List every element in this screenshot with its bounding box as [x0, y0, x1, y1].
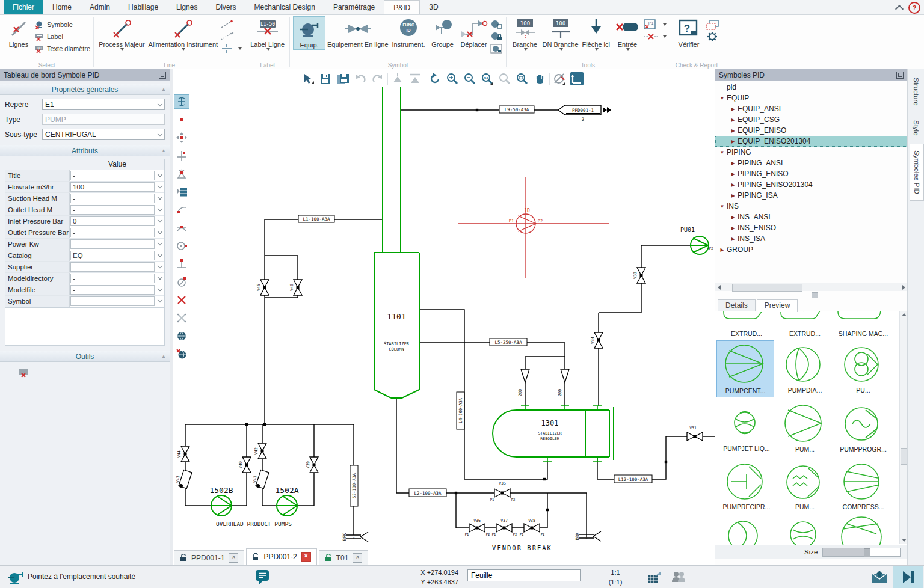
lignes-button[interactable]: Lignes — [3, 16, 34, 49]
drawing-area[interactable]: PPD001-1 2 L9-50-A3A L1-100-A3A L5-250-A… — [173, 69, 715, 565]
menu-tab[interactable]: 3D — [420, 0, 447, 14]
tree-expander-icon[interactable]: ▶ — [728, 182, 738, 188]
chevron-down-icon[interactable] — [155, 239, 164, 248]
close-tab-icon[interactable]: × — [353, 553, 362, 563]
panel-splitter-handle[interactable] — [812, 292, 818, 298]
collapse-icon[interactable]: ▲ — [161, 354, 166, 359]
tree-expander-icon[interactable]: ▶ — [728, 225, 738, 231]
section-outils-header[interactable]: Outils▲ — [0, 351, 170, 362]
tree-expander-icon[interactable]: ▶ — [728, 117, 738, 123]
verifier-button[interactable]: ? Vérifier — [673, 16, 704, 49]
tree-expander-icon[interactable]: ▶ — [718, 247, 727, 253]
tree-expander-icon[interactable]: ▶ — [728, 128, 738, 133]
tab-details[interactable]: Details — [718, 299, 756, 312]
tree-item[interactable]: ▶ INS_ANSI — [715, 212, 907, 222]
scroll-left-icon[interactable] — [715, 283, 723, 291]
tree-expander-icon[interactable]: ▶ — [728, 193, 738, 198]
attribute-value-select[interactable]: 100 — [70, 182, 164, 192]
texte-diametre-button[interactable]: TXT Texte diamètre — [34, 43, 90, 54]
attribute-value-select[interactable]: - — [70, 193, 164, 204]
attribute-value-select[interactable]: 0 — [70, 216, 164, 227]
attribute-value-select[interactable]: - — [70, 239, 164, 250]
snap-symbol-button[interactable] — [174, 94, 189, 109]
menu-tab[interactable]: P&ID — [384, 0, 420, 14]
menu-tab[interactable]: Lignes — [167, 0, 206, 14]
save-button[interactable] — [318, 71, 333, 87]
menu-tab[interactable]: Fichier — [4, 0, 43, 14]
tree-item[interactable]: ▶ EQUIP_ANSI — [715, 103, 907, 114]
attribute-value-select[interactable]: EQ — [70, 250, 164, 261]
menu-tab[interactable]: Mechanical Design — [245, 0, 324, 14]
tree-expander-icon[interactable]: ▼ — [718, 150, 727, 155]
tree-expander-icon[interactable]: ▶ — [728, 161, 738, 166]
p1-port-button[interactable]: P1 — [643, 19, 667, 29]
snap-tangent-button[interactable] — [174, 221, 189, 235]
world-ucs-edit-button[interactable] — [174, 347, 189, 361]
collapse-icon[interactable]: ▲ — [161, 87, 166, 92]
symbol-cell[interactable]: EXTRUD... — [718, 311, 775, 337]
attribute-value-select[interactable]: - — [70, 262, 164, 272]
tree-item[interactable]: ▶ PIPING_ISA — [715, 190, 907, 201]
tree-horizontal-scrollbar[interactable] — [715, 283, 908, 291]
tab-structure[interactable]: Structure — [910, 72, 923, 112]
doc-tab-t01[interactable]: T01 × — [319, 550, 369, 565]
soustype-select[interactable]: CENTRIFUGAL — [42, 129, 165, 140]
symbol-cell[interactable] — [718, 519, 775, 545]
command-log-icon[interactable] — [254, 569, 271, 586]
slider-thumb[interactable] — [864, 548, 870, 557]
delete-port-button[interactable] — [643, 31, 667, 41]
users-icon[interactable] — [671, 570, 686, 586]
snap-clear-button[interactable] — [174, 311, 189, 325]
tab-symboles-pid[interactable]: Symboles PID — [910, 144, 924, 201]
raise-top-button[interactable] — [407, 71, 423, 87]
tab-style[interactable]: Style — [910, 114, 923, 142]
close-tab-icon[interactable]: × — [229, 553, 238, 563]
pin-icon[interactable] — [159, 72, 166, 79]
symbol-cell[interactable] — [834, 516, 892, 545]
branche-button[interactable]: 100 Branche — [510, 16, 541, 51]
tab-preview[interactable]: Preview — [757, 299, 798, 312]
sheet-name-input[interactable] — [467, 569, 581, 581]
zoom-window-button[interactable] — [514, 71, 530, 87]
snap-toggle-button[interactable] — [552, 71, 567, 87]
menu-tab[interactable]: Home — [43, 0, 81, 14]
chevron-down-icon[interactable] — [155, 130, 164, 139]
measure-button[interactable] — [569, 71, 585, 87]
scrollbar-thumb[interactable] — [732, 284, 802, 292]
tree-item[interactable]: ▶ INS_ENISO — [715, 222, 907, 233]
menu-tab[interactable]: Admin — [81, 0, 119, 14]
symbol-cell[interactable] — [776, 519, 834, 545]
snap-point-button[interactable] — [174, 112, 189, 127]
select-cursor-button[interactable] — [300, 71, 316, 87]
chevron-down-icon[interactable] — [155, 182, 164, 191]
symbol-lock-button[interactable] — [490, 31, 503, 41]
tree-item[interactable]: ▼ PIPING — [715, 147, 907, 158]
chevron-down-icon[interactable] — [155, 100, 164, 109]
tree-item[interactable]: ▼ EQUIP — [715, 93, 907, 103]
snap-center-button[interactable] — [174, 239, 189, 253]
dn-branche-button[interactable]: 100 DN Branche — [541, 16, 581, 51]
tree-expander-icon[interactable]: ▶ — [728, 215, 738, 220]
symbol-cell[interactable]: PUMPJET LIQ... — [718, 405, 775, 452]
tree-item[interactable]: ▶ PIPING_ANSI — [715, 158, 907, 168]
entree-button[interactable]: Entrée — [612, 16, 643, 51]
snap-intersection-button[interactable] — [174, 149, 189, 163]
doc-tab-ppd001-2[interactable]: PPD001-2 × — [246, 548, 316, 565]
repere-select[interactable]: E1 — [42, 99, 165, 110]
size-slider[interactable] — [822, 548, 901, 557]
attribute-value-select[interactable]: - — [70, 273, 164, 284]
tree-item[interactable]: ▶ PIPING_ENISO201304 — [715, 179, 907, 190]
symbol-cell[interactable]: PUM... — [776, 462, 834, 510]
symbol-cell[interactable]: PU... — [834, 343, 892, 394]
chevron-down-icon[interactable] — [155, 262, 164, 271]
raise-button[interactable] — [390, 71, 405, 87]
pan-button[interactable] — [532, 71, 547, 87]
zoom-named-button[interactable]: NA — [479, 71, 495, 87]
chevron-down-icon[interactable] — [155, 250, 164, 259]
menu-tab[interactable]: Habillage — [119, 0, 167, 14]
tree-item[interactable]: ▶ EQUIP_CSG — [715, 114, 907, 125]
snap-off-button[interactable] — [174, 293, 189, 307]
alimentation-instrument-button[interactable]: Alimentation Instrument — [147, 16, 220, 51]
axis-tool-button[interactable] — [220, 43, 242, 54]
chevron-down-icon[interactable] — [155, 204, 164, 213]
